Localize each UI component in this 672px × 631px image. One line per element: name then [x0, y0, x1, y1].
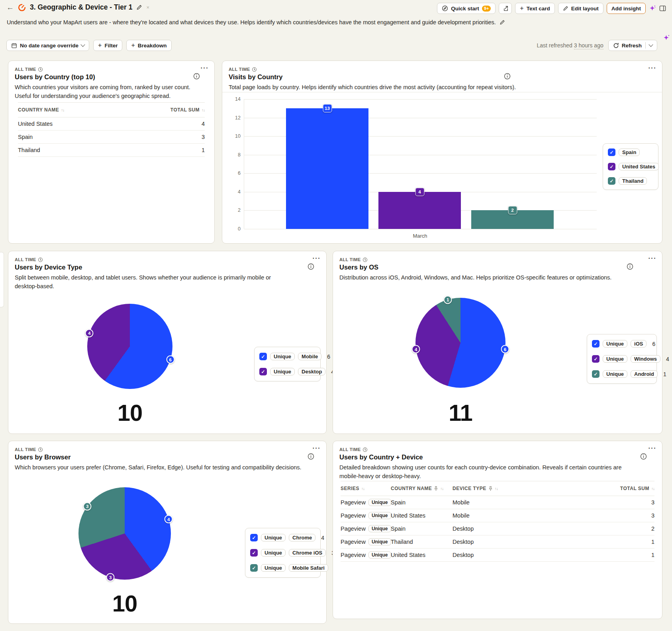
- more-options-button[interactable]: ···: [648, 65, 656, 71]
- legend-label-pill[interactable]: Mobile Safari: [289, 564, 328, 572]
- sort-icon: ↑↓: [361, 486, 364, 491]
- add-insight-button[interactable]: Add insight: [607, 3, 646, 14]
- legend-series-pill[interactable]: Unique: [261, 549, 286, 557]
- description-edit-pencil-icon[interactable]: [500, 20, 505, 25]
- insight-title[interactable]: Users by Device Type: [15, 264, 82, 271]
- bar-united-states[interactable]: [378, 192, 461, 229]
- legend-label-pill[interactable]: Android: [631, 370, 658, 378]
- total-cell: 3: [651, 499, 654, 506]
- quick-start-count-badge: 9+: [482, 6, 491, 12]
- insight-title[interactable]: Users by OS: [339, 264, 378, 271]
- info-icon[interactable]: [640, 453, 647, 460]
- column-header-country-name[interactable]: COUNTRY NAME ↑↓: [391, 486, 453, 491]
- legend-label-pill[interactable]: Desktop: [298, 368, 325, 375]
- total-cell: 1: [202, 147, 205, 153]
- legend-checkbox[interactable]: ✓: [259, 368, 267, 375]
- series-cell: Pageview: [341, 539, 366, 545]
- more-options-button[interactable]: ···: [313, 445, 321, 451]
- legend-checkbox[interactable]: ✓: [592, 370, 600, 378]
- legend-series-pill[interactable]: Unique: [261, 564, 286, 572]
- pin-icon: [488, 486, 493, 491]
- ai-sparkle-icon[interactable]: [649, 5, 656, 12]
- legend-series-pill[interactable]: Unique: [261, 534, 286, 541]
- legend-label-pill[interactable]: Spain: [619, 148, 640, 156]
- info-icon[interactable]: [504, 73, 511, 80]
- legend-checkbox[interactable]: ✓: [608, 148, 615, 156]
- info-icon[interactable]: [308, 263, 314, 270]
- info-icon[interactable]: [627, 263, 633, 270]
- browser-pie-chart[interactable]: 433: [78, 487, 171, 580]
- legend-label-pill[interactable]: Thailand: [619, 177, 647, 185]
- more-options-button[interactable]: ···: [648, 445, 656, 451]
- more-options-button[interactable]: ···: [648, 255, 656, 262]
- ai-sparkle-icon[interactable]: [663, 34, 670, 43]
- legend-series-pill[interactable]: Unique: [603, 340, 627, 348]
- column-header-device-type[interactable]: DEVICE TYPE ↑↓: [453, 486, 498, 491]
- pie-slice-value-label: 1: [444, 295, 452, 304]
- insight-title[interactable]: Users by Browser: [15, 453, 71, 461]
- legend-checkbox[interactable]: ✓: [608, 177, 615, 185]
- breakdown-button[interactable]: + Breakdown: [126, 40, 171, 51]
- legend-checkbox[interactable]: ✓: [608, 163, 615, 170]
- edit-layout-button[interactable]: Edit layout: [558, 3, 603, 14]
- insight-title[interactable]: Visits by Country: [229, 73, 282, 81]
- title-secondary-icon[interactable]: ×: [146, 4, 149, 10]
- legend-series-pill[interactable]: Unique: [270, 368, 295, 375]
- pie-total-value: 11: [415, 399, 505, 426]
- legend-label-pill[interactable]: Windows: [631, 355, 660, 363]
- side-panel-toggle-icon[interactable]: [659, 5, 666, 12]
- total-cell: 2: [651, 526, 654, 532]
- legend-label-pill[interactable]: Chrome: [289, 534, 315, 541]
- legend-series-pill[interactable]: Unique: [603, 370, 627, 378]
- column-header-series[interactable]: SERIES ↑↓: [341, 486, 391, 491]
- time-range-badge: ALL TIME: [229, 67, 257, 72]
- table-row: United States 4: [18, 117, 205, 131]
- country-cell: United States: [391, 552, 453, 558]
- time-range-label: ALL TIME: [15, 257, 36, 262]
- legend-checkbox[interactable]: ✓: [259, 353, 267, 360]
- pie-total-value: 10: [87, 399, 172, 426]
- more-options-button[interactable]: ···: [313, 255, 321, 262]
- legend-label-pill[interactable]: Chrome iOS: [289, 549, 326, 557]
- legend-series-pill[interactable]: Unique: [270, 353, 295, 360]
- device-type-pie-chart[interactable]: 64: [87, 304, 172, 389]
- insight-description: Detailed breakdown showing user counts f…: [339, 463, 640, 481]
- info-icon[interactable]: [308, 453, 314, 460]
- share-icon: [502, 6, 508, 12]
- legend-checkbox[interactable]: ✓: [592, 340, 600, 348]
- text-card-button[interactable]: + Text card: [515, 3, 554, 14]
- refresh-button[interactable]: Refresh: [608, 40, 657, 51]
- legend-checkbox[interactable]: ✓: [592, 355, 600, 363]
- legend-label-pill[interactable]: Mobile: [298, 353, 321, 360]
- visits-bar-chart[interactable]: 024681012141342: [244, 99, 597, 229]
- insight-description: Split between mobile, desktop, and table…: [15, 273, 290, 291]
- column-header-total-sum[interactable]: TOTAL SUM ↑↓: [170, 107, 205, 113]
- legend-series-pill[interactable]: Unique: [603, 355, 627, 363]
- filter-button[interactable]: + Filter: [93, 40, 122, 51]
- info-icon[interactable]: [193, 73, 200, 80]
- column-header-country-name[interactable]: COUNTRY NAME ↑↓: [18, 107, 64, 113]
- insight-title[interactable]: Users by Country (top 10): [15, 73, 95, 81]
- legend-label-pill[interactable]: United States: [619, 163, 659, 170]
- pie-slice-value-label: 3: [106, 573, 115, 582]
- share-button[interactable]: [499, 3, 512, 14]
- refresh-dropdown-chevron-icon[interactable]: [648, 42, 653, 47]
- plus-icon: +: [131, 42, 135, 49]
- more-options-button[interactable]: ···: [201, 65, 209, 71]
- text-card-label: Text card: [527, 6, 550, 12]
- legend-checkbox[interactable]: ✓: [250, 549, 258, 557]
- insight-title[interactable]: Users by Country + Device: [339, 453, 423, 461]
- date-range-button[interactable]: No date range override: [6, 40, 89, 51]
- time-range-badge: ALL TIME: [15, 67, 43, 72]
- os-pie-chart[interactable]: 641: [415, 298, 505, 388]
- legend-checkbox[interactable]: ✓: [250, 534, 258, 541]
- edit-title-pencil-icon[interactable]: [136, 4, 142, 10]
- collapsed-panel-handle[interactable]: [0, 252, 4, 307]
- legend-checkbox[interactable]: ✓: [250, 564, 258, 572]
- back-arrow-icon[interactable]: ←: [6, 4, 14, 11]
- compass-icon: [442, 5, 448, 12]
- column-header-total-sum[interactable]: TOTAL SUM ↑↓: [620, 486, 654, 491]
- legend-label-pill[interactable]: iOS: [631, 340, 647, 348]
- bar-spain[interactable]: [286, 108, 368, 229]
- quick-start-button[interactable]: Quick start 9+: [437, 3, 496, 14]
